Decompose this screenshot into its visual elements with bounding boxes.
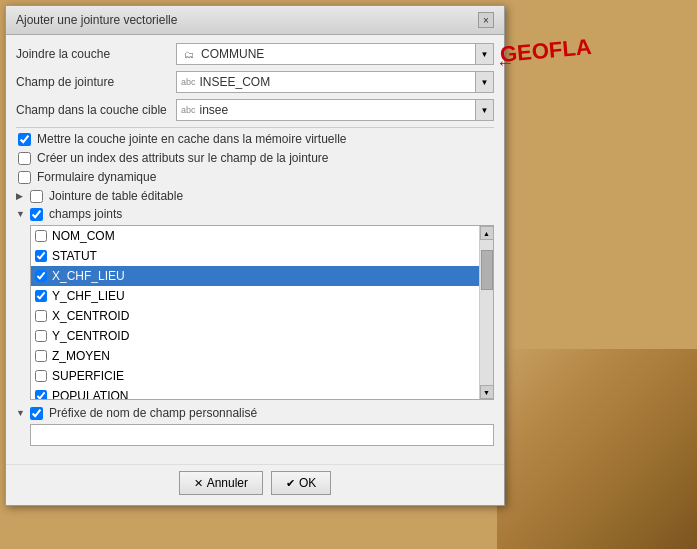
join-layer-combo[interactable]: 🗂 COMMUNE ▼ — [176, 43, 494, 65]
join-field-value: INSEE_COM — [200, 75, 473, 89]
target-field-value: insee — [200, 103, 473, 117]
join-field-prefix: abc — [181, 77, 196, 87]
ok-icon: ✔ — [286, 477, 295, 490]
field-name: POPULATION — [52, 389, 128, 399]
prefix-checkbox[interactable] — [30, 407, 43, 420]
scrollbar-up-button[interactable]: ▲ — [480, 226, 494, 240]
field-name: X_CHF_LIEU — [52, 269, 125, 283]
target-field-arrow[interactable]: ▼ — [475, 100, 493, 120]
field-name: Y_CENTROID — [52, 329, 129, 343]
field-item[interactable]: POPULATION — [31, 386, 479, 399]
joined-fields-expand-arrow[interactable]: ▼ — [16, 209, 26, 219]
field-name: STATUT — [52, 249, 97, 263]
field-item[interactable]: NOM_COM — [31, 226, 479, 246]
divider-1 — [16, 127, 494, 128]
prefix-input-row — [30, 424, 494, 446]
editable-expand-arrow[interactable]: ▶ — [16, 191, 26, 201]
index-checkbox-row: Créer un index des attributs sur le cham… — [16, 151, 494, 165]
ok-button[interactable]: ✔ OK — [271, 471, 331, 495]
list-scrollbar: ▲ ▼ — [479, 226, 493, 399]
prefix-input[interactable] — [30, 424, 494, 446]
field-checkbox[interactable] — [35, 370, 47, 382]
target-field-label: Champ dans la couche cible — [16, 103, 176, 117]
prefix-expand-row: ▼ Préfixe de nom de champ personnalisé — [16, 406, 494, 420]
target-field-prefix: abc — [181, 105, 196, 115]
cancel-icon: ✕ — [194, 477, 203, 490]
join-field-label: Champ de jointure — [16, 75, 176, 89]
prefix-expand-arrow[interactable]: ▼ — [16, 408, 26, 418]
field-name: Y_CHF_LIEU — [52, 289, 125, 303]
field-checkbox[interactable] — [35, 390, 47, 399]
scrollbar-down-button[interactable]: ▼ — [480, 385, 494, 399]
field-item[interactable]: Y_CENTROID — [31, 326, 479, 346]
joined-fields-row: ▼ champs joints — [16, 207, 494, 221]
field-checkbox[interactable] — [35, 250, 47, 262]
dialog-titlebar: Ajouter une jointure vectorielle × — [6, 6, 504, 35]
field-item[interactable]: Z_MOYEN — [31, 346, 479, 366]
field-name: X_CENTROID — [52, 309, 129, 323]
cancel-label: Annuler — [207, 476, 248, 490]
field-item[interactable]: SUPERFICIE — [31, 366, 479, 386]
layer-icon: 🗂 — [181, 46, 197, 62]
geofla-arrow: ← — [496, 53, 514, 74]
field-checkbox[interactable] — [35, 310, 47, 322]
dialog-body: Joindre la couche 🗂 COMMUNE ▼ Champ de j… — [6, 35, 504, 462]
joined-fields-checkbox[interactable] — [30, 208, 43, 221]
fields-list: NOM_COMSTATUTX_CHF_LIEUY_CHF_LIEUX_CENTR… — [31, 226, 479, 399]
join-field-combo[interactable]: abc INSEE_COM ▼ — [176, 71, 494, 93]
joined-fields-label: champs joints — [49, 207, 122, 221]
scrollbar-thumb[interactable] — [481, 250, 493, 290]
dynamic-checkbox[interactable] — [18, 171, 31, 184]
editable-join-checkbox[interactable] — [30, 190, 43, 203]
field-name: SUPERFICIE — [52, 369, 124, 383]
field-name: Z_MOYEN — [52, 349, 110, 363]
target-field-combo[interactable]: abc insee ▼ — [176, 99, 494, 121]
join-field-row: Champ de jointure abc INSEE_COM ▼ — [16, 71, 494, 93]
dialog-buttons: ✕ Annuler ✔ OK — [6, 464, 504, 505]
target-field-row: Champ dans la couche cible abc insee ▼ — [16, 99, 494, 121]
field-checkbox[interactable] — [35, 350, 47, 362]
field-item[interactable]: X_CHF_LIEU — [31, 266, 479, 286]
prefix-section: ▼ Préfixe de nom de champ personnalisé — [16, 406, 494, 446]
fields-list-container: NOM_COMSTATUTX_CHF_LIEUY_CHF_LIEUX_CENTR… — [30, 225, 494, 400]
scrollbar-track[interactable] — [480, 240, 493, 385]
ok-label: OK — [299, 476, 316, 490]
join-layer-arrow[interactable]: ▼ — [475, 44, 493, 64]
cache-checkbox-row: Mettre la couche jointe en cache dans la… — [16, 132, 494, 146]
cache-label: Mettre la couche jointe en cache dans la… — [37, 132, 347, 146]
join-layer-value: COMMUNE — [201, 47, 473, 61]
join-layer-label: Joindre la couche — [16, 47, 176, 61]
field-name: NOM_COM — [52, 229, 115, 243]
join-layer-row: Joindre la couche 🗂 COMMUNE ▼ — [16, 43, 494, 65]
field-checkbox[interactable] — [35, 290, 47, 302]
join-field-arrow[interactable]: ▼ — [475, 72, 493, 92]
field-item[interactable]: X_CENTROID — [31, 306, 479, 326]
prefix-label: Préfixe de nom de champ personnalisé — [49, 406, 257, 420]
cancel-button[interactable]: ✕ Annuler — [179, 471, 263, 495]
cache-checkbox[interactable] — [18, 133, 31, 146]
field-checkbox[interactable] — [35, 330, 47, 342]
editable-join-label: Jointure de table éditable — [49, 189, 183, 203]
dynamic-label: Formulaire dynamique — [37, 170, 156, 184]
field-checkbox[interactable] — [35, 230, 47, 242]
close-button[interactable]: × — [478, 12, 494, 28]
join-vector-dialog: Ajouter une jointure vectorielle × Joind… — [5, 5, 505, 506]
index-label: Créer un index des attributs sur le cham… — [37, 151, 329, 165]
field-checkbox[interactable] — [35, 270, 47, 282]
field-item[interactable]: Y_CHF_LIEU — [31, 286, 479, 306]
dynamic-checkbox-row: Formulaire dynamique — [16, 170, 494, 184]
dialog-title: Ajouter une jointure vectorielle — [16, 13, 177, 27]
index-checkbox[interactable] — [18, 152, 31, 165]
field-item[interactable]: STATUT — [31, 246, 479, 266]
editable-join-row: ▶ Jointure de table éditable — [16, 189, 494, 203]
